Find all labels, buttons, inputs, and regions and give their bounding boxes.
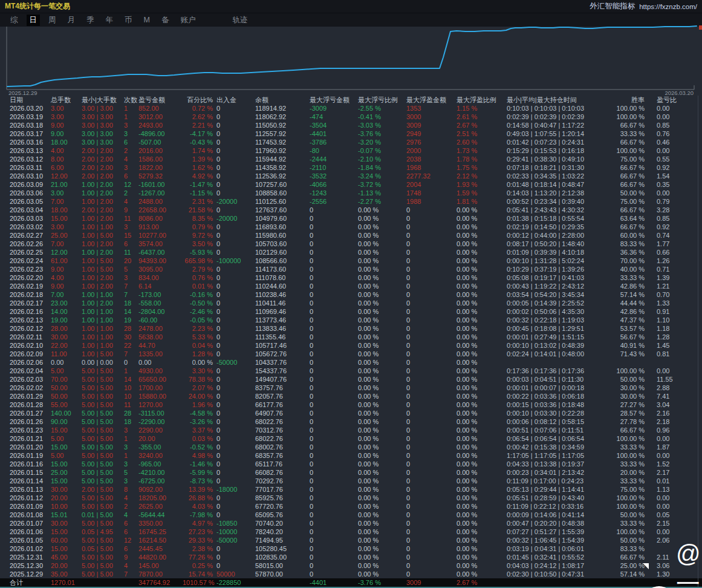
cell-inout: -50000 bbox=[216, 358, 255, 367]
table-row: 2026.02.1723.001.00 | 2.0018-558.00-0.50… bbox=[0, 299, 702, 307]
cell-inout: 0 bbox=[216, 417, 255, 426]
cell-pnl: 1335.00 bbox=[138, 350, 183, 358]
cell-max-float-profit: 0 bbox=[406, 316, 457, 324]
cell-hold-time: 0:04:03 | 0:24:12 | 1:08:17 bbox=[507, 561, 609, 570]
cell-hold-time: 0:17:36 | 0:17:36 | 0:17:36 bbox=[507, 367, 609, 375]
cell-minmax-lots: 1.00 | 2.00 bbox=[82, 273, 124, 282]
cell-pnl: -558.00 bbox=[138, 299, 183, 307]
cell-max-float-profit: 0 bbox=[406, 468, 457, 477]
cell-max-float-profit-pct: 0.00 % bbox=[457, 544, 507, 553]
cell-inout: 0 bbox=[216, 223, 255, 231]
cell-max-float-profit-pct: 0.00 % bbox=[457, 561, 507, 570]
cell-max-float-profit-pct: 1.78 % bbox=[457, 155, 507, 163]
cell-pl-ratio: 11.55 bbox=[657, 375, 687, 384]
table-row: 2026.02.239.001.00 | 5.0053095.002.79 %0… bbox=[0, 265, 702, 273]
cell-date: 2026.02.19 bbox=[10, 282, 51, 290]
cell-max-float-loss: 0 bbox=[310, 282, 358, 290]
cell-count: 5 bbox=[124, 468, 138, 477]
cell-pct: -1.47 % bbox=[183, 180, 216, 189]
cell-max-float-loss-pct: 0.00 % bbox=[358, 290, 406, 299]
cell-inout: 0 bbox=[216, 400, 255, 409]
cell-pl-ratio: 0.91 bbox=[657, 307, 687, 316]
table-row: 2026.02.2461.001.00 | 5.002094393.00665.… bbox=[0, 256, 702, 265]
cell-pnl: -60.00 bbox=[138, 316, 183, 324]
cell-date: 2026.01.13 bbox=[10, 485, 51, 494]
cell-pnl: 2016.00 bbox=[138, 146, 183, 155]
cell-balance: 105703.60 bbox=[255, 240, 310, 248]
cell-header-count: 次数 bbox=[124, 96, 138, 104]
table-row: 2026.01.2690.005.00 | 5.0018-2290.00-3.2… bbox=[0, 417, 702, 426]
cell-max-float-loss-pct: -1.84 % bbox=[358, 163, 406, 172]
cell-pl-ratio: 1.87 bbox=[657, 443, 687, 451]
cell-win-rate bbox=[609, 358, 648, 367]
cell-count: 7 bbox=[124, 290, 138, 299]
cell-max-float-loss: 0 bbox=[310, 392, 358, 400]
cell-max-float-profit-pct: 2.67 % bbox=[457, 121, 507, 129]
cell-count: 2 bbox=[124, 146, 138, 155]
cell-lots: 3.00 bbox=[51, 113, 82, 121]
cell-lots: 50.00 bbox=[51, 392, 82, 400]
cell-win-rate: 66.67 % bbox=[609, 223, 648, 231]
cell-balance: 102835.00 bbox=[255, 553, 310, 561]
cell-pnl: 5279.32 bbox=[138, 172, 183, 180]
cell-max-float-profit: 0 bbox=[406, 544, 457, 553]
cell-balance: 70292.76 bbox=[255, 477, 310, 485]
cell-pct: -4.58 % bbox=[183, 409, 216, 417]
cell-pct: 665.98 % bbox=[183, 256, 216, 265]
cell-inout: 0 bbox=[216, 477, 255, 485]
cell-pnl: 1700.00 bbox=[138, 384, 183, 392]
cell-hold-time: 0:15:29 | 0:15:53 | 0:16:18 bbox=[507, 146, 609, 155]
cell-win-rate: 47.37 % bbox=[609, 316, 648, 324]
cell-lots: 25.00 bbox=[51, 231, 82, 240]
cell-win-rate: 63.64 % bbox=[609, 214, 648, 223]
cell-hold-time: 0:02:30 | 0:10:50 | 0:47:31 bbox=[507, 570, 609, 578]
cell-max-float-profit: 0 bbox=[406, 477, 457, 485]
cell-pct: -5.93 % bbox=[183, 248, 216, 256]
cell-balance: 85925.76 bbox=[255, 494, 310, 502]
cell-pct: 1.39 % bbox=[183, 155, 216, 163]
cell-balance: 113833.46 bbox=[255, 324, 310, 333]
cell-max-float-loss: 0 bbox=[310, 426, 358, 434]
cell-win-rate: 75.00 % bbox=[609, 485, 648, 494]
cell-inout: 0 bbox=[216, 180, 255, 189]
cell-max-float-profit-pct: 0.00 % bbox=[457, 553, 507, 561]
cell-header-minmax-lots: 最小|大手数 bbox=[82, 96, 124, 104]
cell-count: 5 bbox=[124, 265, 138, 273]
cell-max-float-loss: -2556 bbox=[310, 197, 358, 206]
cell-date: 2026.02.11 bbox=[10, 333, 51, 341]
cell-minmax-lots: 1.00 | 2.00 bbox=[82, 197, 124, 206]
cell-pl-ratio: 1.21 bbox=[657, 282, 687, 290]
cell-max-float-loss: 0 bbox=[310, 519, 358, 528]
table-row: 2026.02.1130.001.00 | 1.00305638.005.33 … bbox=[0, 333, 702, 341]
cell-balance: 82057.76 bbox=[255, 392, 310, 400]
cell-total-max-float-profit: 3009 bbox=[406, 578, 457, 587]
scrollbar-track[interactable] bbox=[698, 96, 698, 587]
table-row: 2026.01.0615.000.05 | 4.95616745.2527.23… bbox=[0, 528, 702, 536]
table-row: 2026.01.195.005.00 | 5.0013240.004.98 %0… bbox=[0, 451, 702, 460]
cell-max-float-profit-pct: 1.59 % bbox=[457, 189, 507, 197]
cell-max-float-profit: 0 bbox=[406, 273, 457, 282]
cell-max-float-profit-pct: 0.00 % bbox=[457, 367, 507, 375]
cell-pl-ratio: 2.17 bbox=[657, 468, 687, 477]
cell-count: 7 bbox=[124, 350, 138, 358]
cell-minmax-lots: 5.00 | 5.00 bbox=[82, 367, 124, 375]
cell-pct: -0.05 % bbox=[183, 316, 216, 324]
cell-hold-time: 0:00:45 | 0:18:08 | 1:29:51 bbox=[507, 324, 609, 333]
cell-max-float-profit-pct: 0.00 % bbox=[457, 536, 507, 544]
cell-date: 2026.03.11 bbox=[10, 163, 51, 172]
cell-max-float-loss: -3504 bbox=[310, 121, 358, 129]
cell-date: 2026.02.16 bbox=[10, 307, 51, 316]
cell-hold-time: 0:00:10 | 0:13:02 | 0:48:39 bbox=[507, 341, 609, 350]
cell-balance: 102129.60 bbox=[255, 248, 310, 256]
cell-max-float-loss-pct: 0.00 % bbox=[358, 485, 406, 494]
cell-inout: -100000 bbox=[216, 256, 255, 265]
cell-lots: 7.00 bbox=[51, 197, 82, 206]
cell-pnl: 834.00 bbox=[138, 273, 183, 282]
cell-hold-time: 0:00:02 | 0:50:06 | 4:35:30 bbox=[507, 307, 609, 316]
cell-inout: 0 bbox=[216, 544, 255, 553]
cell-balance: 115944.92 bbox=[255, 155, 310, 163]
cell-max-float-profit-pct: 1.81 % bbox=[457, 197, 507, 206]
cell-max-float-loss: 0 bbox=[310, 350, 358, 358]
cell-max-float-loss: 0 bbox=[310, 561, 358, 570]
cell-pct: 78.38 % bbox=[183, 375, 216, 384]
